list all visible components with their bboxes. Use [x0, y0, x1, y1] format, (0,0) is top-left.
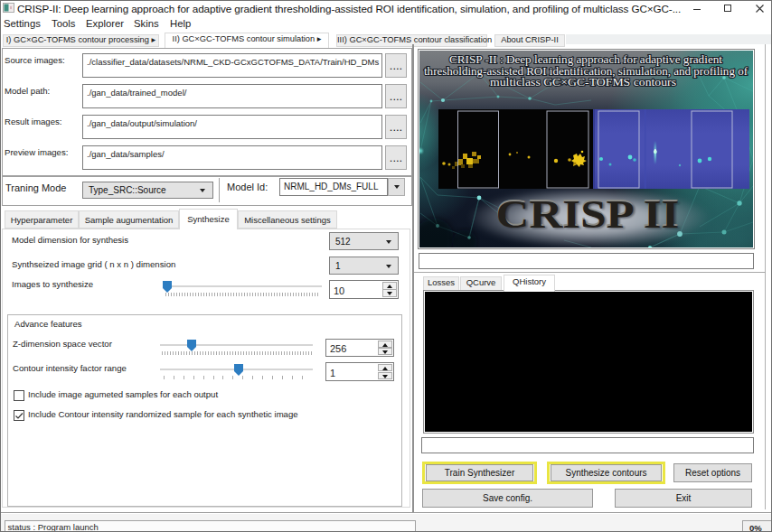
svg-text:CRISP II: CRISP II — [496, 192, 680, 237]
svg-text:multiclass GC×GC-TOFMS contour: multiclass GC×GC-TOFMS contours — [490, 76, 676, 89]
